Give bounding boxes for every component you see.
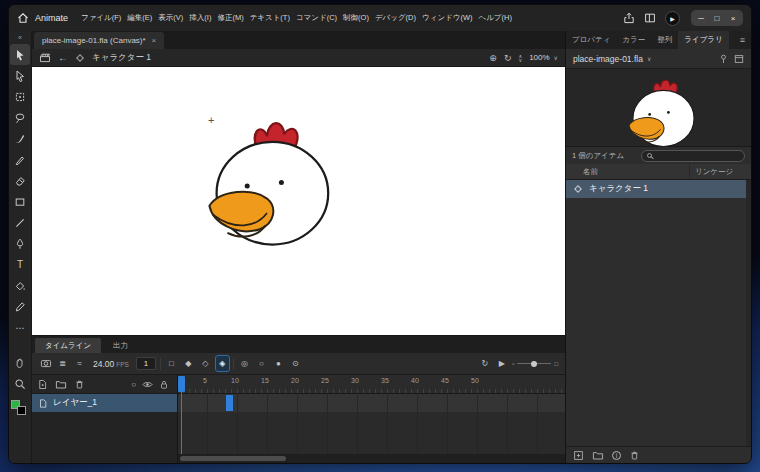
- frame-size-slider[interactable]: ▫ □: [512, 361, 558, 367]
- menu-help[interactable]: ヘルプ(H): [475, 5, 514, 31]
- layer-frames-row[interactable]: [178, 394, 565, 412]
- menu-insert[interactable]: 挿入(I): [186, 5, 214, 31]
- breadcrumb-symbol-name[interactable]: キャラクター 1: [92, 52, 151, 64]
- library-document-name[interactable]: place-image-01.fla: [573, 54, 643, 64]
- eye-icon[interactable]: [142, 380, 153, 389]
- document-tab-close-icon[interactable]: ×: [152, 36, 157, 45]
- new-symbol-icon[interactable]: [573, 450, 584, 461]
- column-linkage[interactable]: リンケージ: [689, 164, 751, 179]
- fps-value[interactable]: 24.00: [93, 359, 114, 369]
- graph-editor-icon[interactable]: ≈: [73, 356, 86, 371]
- document-tab[interactable]: place-image-01.fla (Canvas)* ×: [34, 32, 164, 49]
- menu-control[interactable]: 制御(O): [340, 5, 372, 31]
- pin-library-icon[interactable]: [719, 54, 728, 64]
- library-item-row[interactable]: キャラクター 1: [566, 180, 751, 198]
- slider-track[interactable]: [517, 363, 551, 364]
- delete-layer-icon[interactable]: [74, 379, 85, 390]
- zoom-stepper[interactable]: ∧ ∨: [518, 54, 522, 62]
- timeline-hscrollbar[interactable]: [178, 454, 565, 463]
- text-tool[interactable]: iT: [10, 254, 30, 275]
- frames-view-icon[interactable]: ≣: [56, 356, 69, 371]
- delete-item-icon[interactable]: [629, 450, 640, 461]
- menu-commands[interactable]: コマンド(C): [293, 5, 340, 31]
- playhead-handle[interactable]: [178, 376, 185, 392]
- close-button[interactable]: ×: [725, 11, 741, 25]
- back-arrow-icon[interactable]: ←: [58, 52, 68, 63]
- menu-text[interactable]: テキスト(T): [247, 5, 293, 31]
- fps-display[interactable]: 24.00 FPS: [93, 359, 129, 369]
- maximize-button[interactable]: □: [709, 11, 725, 25]
- pencil-tool[interactable]: [10, 149, 30, 170]
- menu-window[interactable]: ウィンドウ(W): [419, 5, 475, 31]
- library-search-input[interactable]: [641, 150, 745, 162]
- fill-color-swatch[interactable]: [17, 406, 26, 415]
- tab-library[interactable]: ライブラリ: [678, 31, 728, 49]
- tab-color[interactable]: カラー: [616, 31, 651, 49]
- free-transform-tool[interactable]: [10, 86, 30, 107]
- zoom-tool[interactable]: [10, 373, 30, 394]
- center-playhead-icon[interactable]: ⊙: [289, 356, 302, 371]
- chevron-down-icon[interactable]: ∨: [647, 55, 651, 62]
- rotate-view-icon[interactable]: ↻: [504, 53, 512, 63]
- library-item-list[interactable]: キャラクター 1: [566, 180, 751, 446]
- camera-icon[interactable]: [39, 356, 52, 371]
- insert-frame-icon[interactable]: □: [165, 356, 178, 371]
- insert-keyframe-icon[interactable]: ◆: [182, 356, 195, 371]
- lock-icon[interactable]: [159, 379, 169, 390]
- new-folder-icon[interactable]: [592, 450, 604, 461]
- menu-file[interactable]: ファイル(F): [78, 5, 124, 31]
- column-name[interactable]: 名前: [566, 167, 689, 177]
- slider-thumb[interactable]: [531, 361, 537, 367]
- new-folder-icon[interactable]: [55, 379, 67, 390]
- lasso-tool[interactable]: [10, 107, 30, 128]
- playhead-line[interactable]: [181, 392, 182, 454]
- new-library-panel-icon[interactable]: [734, 54, 744, 64]
- current-frame-input[interactable]: 1: [136, 357, 156, 370]
- tab-timeline[interactable]: タイムライン: [35, 338, 101, 353]
- share-icon[interactable]: [623, 12, 635, 24]
- zoom-level-dropdown[interactable]: 100% ∨: [529, 53, 558, 62]
- minimize-button[interactable]: ─: [693, 11, 709, 25]
- edit-scene-icon[interactable]: [39, 52, 51, 63]
- timeline-ruler[interactable]: 5 10 15 20 25 30 35 40 45 50: [178, 375, 565, 394]
- stepper-down-icon[interactable]: ∨: [518, 58, 522, 62]
- layer-row[interactable]: レイヤー_1: [32, 394, 177, 412]
- library-vscrollbar[interactable]: [746, 180, 751, 446]
- selected-frame-cell[interactable]: [226, 395, 233, 411]
- workspace-layout-icon[interactable]: [644, 12, 656, 24]
- insert-blank-keyframe-icon[interactable]: ◇: [199, 356, 212, 371]
- tab-properties[interactable]: プロパティ: [566, 31, 616, 49]
- pen-tool[interactable]: [10, 233, 30, 254]
- new-layer-icon[interactable]: [37, 379, 48, 390]
- timeline-hscrollbar-handle[interactable]: [180, 456, 286, 461]
- selection-tool[interactable]: [10, 44, 30, 65]
- subselection-tool[interactable]: [10, 65, 30, 86]
- more-tools-icon[interactable]: ⋯: [10, 317, 30, 338]
- item-properties-icon[interactable]: i: [612, 451, 621, 460]
- layer-name[interactable]: レイヤー_1: [53, 397, 97, 409]
- paint-bucket-tool[interactable]: [10, 275, 30, 296]
- menu-view[interactable]: 表示(V): [155, 5, 186, 31]
- library-item-name[interactable]: キャラクター 1: [589, 183, 648, 195]
- frames-larger-icon[interactable]: □: [554, 361, 558, 367]
- loop-icon[interactable]: ↻: [478, 356, 491, 371]
- eyedropper-tool[interactable]: [10, 296, 30, 317]
- menu-modify[interactable]: 修正(M): [214, 5, 246, 31]
- menu-edit[interactable]: 編集(E): [124, 5, 155, 31]
- edit-multiple-frames-icon[interactable]: ●: [272, 356, 285, 371]
- brush-tool[interactable]: [10, 128, 30, 149]
- chicken-drawing[interactable]: [204, 105, 339, 249]
- outline-toggle-icon[interactable]: ○: [131, 380, 136, 389]
- auto-keyframe-icon[interactable]: ◈: [216, 356, 229, 371]
- play-button[interactable]: ▶: [495, 356, 508, 371]
- eraser-tool[interactable]: [10, 170, 30, 191]
- frames-smaller-icon[interactable]: ▫: [512, 361, 514, 367]
- frames-pane[interactable]: 5 10 15 20 25 30 35 40 45 50: [178, 375, 565, 463]
- stage-canvas[interactable]: +: [32, 67, 565, 335]
- line-tool[interactable]: [10, 212, 30, 233]
- onion-skin-outline-icon[interactable]: ○: [255, 356, 268, 371]
- center-stage-icon[interactable]: ⊕: [489, 53, 497, 63]
- tab-output[interactable]: 出力: [103, 338, 138, 353]
- rectangle-tool[interactable]: [10, 191, 30, 212]
- menu-debug[interactable]: デバッグ(D): [372, 5, 419, 31]
